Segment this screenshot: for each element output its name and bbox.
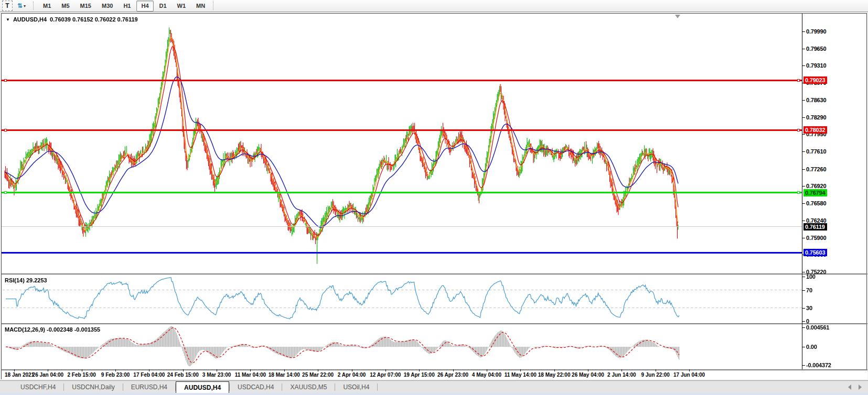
macd-tick-label: 0.004561 — [806, 324, 829, 331]
time-tick-label: 2 Apr 04:00 — [338, 372, 366, 378]
rsi-tick-label: 0 — [806, 318, 809, 324]
time-tick-label: 17 Feb 04:00 — [133, 372, 165, 378]
timeframe-button-mn[interactable]: MN — [191, 1, 210, 12]
time-axis[interactable]: 18 Jan 202126 Jan 04:002 Feb 15:009 Feb … — [2, 370, 867, 379]
price-tick-mark — [802, 65, 805, 66]
mt4-terminal: T ⇅ ▾ M1M5M15M30H1H4D1W1MN ▼ AUDUSD,H4 0… — [0, 0, 868, 395]
time-tick-label: 3 Mar 23:00 — [202, 372, 231, 378]
timeframe-button-h4[interactable]: H4 — [136, 1, 153, 12]
level-handle[interactable] — [4, 129, 7, 131]
time-tick-label: 26 May 04:00 — [572, 372, 604, 378]
chart-title: ▼ AUDUSD,H4 0.76039 0.76152 0.76022 0.76… — [6, 16, 138, 23]
rsi-tick-label: 70 — [806, 287, 812, 293]
time-tick-label: 11 Mar 04:00 — [235, 372, 266, 378]
price-tick-mark — [802, 238, 805, 238]
price-tick-label: 0.79650 — [806, 46, 826, 52]
price-tick-mark — [802, 221, 805, 221]
chart-ohlc: 0.76039 0.76152 0.76022 0.76119 — [50, 16, 138, 23]
tab-usdcnh[interactable]: USDCNH,Daily — [64, 381, 122, 393]
price-tick-mark — [802, 169, 805, 170]
time-tick-mark — [48, 369, 48, 371]
time-tick-mark — [621, 369, 622, 371]
time-tick-mark — [385, 369, 386, 371]
time-tick-mark — [183, 369, 184, 371]
chart-window: ▼ AUDUSD,H4 0.76039 0.76152 0.76022 0.76… — [1, 13, 867, 379]
price-tick-mark — [802, 100, 805, 101]
price-tick-mark — [802, 31, 805, 32]
time-tick-mark — [554, 369, 555, 371]
rsi-tick-mark — [802, 321, 805, 322]
toolbar-grip — [213, 2, 214, 10]
tab-scroll-right-icon[interactable] — [859, 385, 862, 390]
time-tick-label: 4 May 04:00 — [472, 372, 501, 378]
horizontal-level-line[interactable] — [2, 80, 802, 81]
chart-symbol: AUDUSD,H4 — [13, 16, 47, 23]
price-tick-mark — [802, 203, 805, 204]
macd-tick-mark — [802, 327, 805, 328]
chart-tabs-bar: USDCHF,H4USDCNH,DailyEURUSD,H4AUDUSD,H4U… — [0, 380, 868, 393]
timeframe-button-m30[interactable]: M30 — [97, 1, 117, 12]
time-tick-label: 12 Apr 07:00 — [370, 372, 401, 378]
time-tick-label: 26 Apr 23:00 — [437, 372, 468, 378]
level-handle[interactable] — [4, 191, 7, 194]
triangle-down-icon: ▼ — [6, 17, 10, 22]
level-handle[interactable] — [797, 79, 800, 82]
time-tick-label: 11 May 14:00 — [505, 372, 537, 378]
tab-usdchf[interactable]: USDCHF,H4 — [13, 381, 63, 393]
level-handle[interactable] — [4, 79, 7, 82]
timeframe-button-d1[interactable]: D1 — [155, 1, 172, 12]
horizontal-level-line[interactable] — [2, 129, 802, 131]
last-bar-marker-icon — [675, 15, 680, 18]
price-tag: 0.78032 — [803, 126, 827, 134]
time-tick-label: 18 May 22:00 — [538, 372, 571, 378]
price-tick-label: 0.77260 — [806, 166, 826, 172]
time-tick-mark — [520, 369, 521, 371]
chart-toolbar: T ⇅ ▾ M1M5M15M30H1H4D1W1MN — [0, 0, 868, 12]
timeframe-button-h1[interactable]: H1 — [119, 1, 135, 12]
horizontal-level-line[interactable] — [2, 252, 802, 254]
time-tick-mark — [656, 369, 656, 371]
macd-plot[interactable] — [3, 325, 802, 369]
text-tool-button[interactable]: T — [2, 1, 13, 11]
tab-scroll-left-icon[interactable] — [848, 385, 851, 390]
price-chart-plot[interactable] — [3, 15, 802, 275]
macd-tick-label: 0.00 — [806, 344, 817, 350]
price-tick-mark — [802, 117, 805, 118]
toolbar-grip — [33, 2, 34, 10]
level-handle[interactable] — [797, 191, 800, 194]
horizontal-level-line[interactable] — [2, 226, 802, 227]
price-tag: 0.79023 — [803, 76, 827, 84]
horizontal-level-line[interactable] — [2, 192, 802, 193]
time-tick-mark — [588, 369, 588, 371]
timeframe-button-w1[interactable]: W1 — [173, 1, 191, 12]
price-tick-label: 0.77610 — [806, 148, 826, 155]
time-tick-label: 9 Jun 22:00 — [641, 372, 669, 378]
level-handle[interactable] — [797, 129, 800, 131]
rsi-tick-mark — [802, 277, 805, 277]
time-tick-mark — [284, 369, 285, 371]
tab-scroll-arrows — [848, 385, 862, 390]
tab-separator — [377, 383, 378, 391]
time-tick-mark — [689, 369, 690, 371]
timeframe-button-m5[interactable]: M5 — [57, 1, 74, 12]
time-tick-mark — [318, 369, 318, 371]
price-tag: 0.75603 — [803, 249, 827, 256]
tab-audusd[interactable]: AUDUSD,H4 — [176, 381, 229, 393]
time-tick-mark — [250, 369, 251, 371]
panel-separator[interactable] — [2, 273, 867, 275]
tab-eurusd[interactable]: EURUSD,H4 — [123, 381, 175, 393]
rsi-plot[interactable] — [3, 276, 802, 323]
time-tick-label: 25 Mar 22:00 — [302, 372, 334, 378]
time-tick-label: 17 Jun 04:00 — [673, 372, 705, 378]
timeframe-button-m15[interactable]: M15 — [76, 1, 96, 12]
tab-usdcad[interactable]: USDCAD,H4 — [230, 381, 282, 393]
timeframe-button-m1[interactable]: M1 — [38, 1, 56, 12]
tab-usoil[interactable]: USOil,H4 — [335, 381, 377, 393]
timeframe-toolbar: M1M5M15M30H1H4D1W1MN — [38, 1, 210, 12]
tab-xauusd[interactable]: XAUUSD,M5 — [282, 381, 335, 393]
rsi-tick-mark — [802, 290, 805, 291]
time-tick-label: 2 Feb 15:00 — [67, 372, 95, 378]
panel-separator[interactable] — [2, 323, 867, 324]
price-tick-label: 0.78630 — [806, 97, 826, 103]
cursor-arrows-icon[interactable]: ⇅ ▾ — [14, 1, 29, 10]
